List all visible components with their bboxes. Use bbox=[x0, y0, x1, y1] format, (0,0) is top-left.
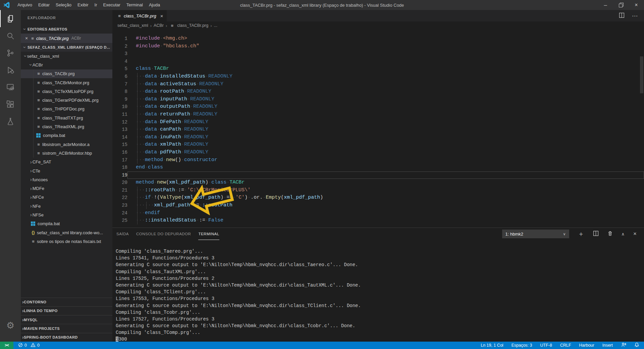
tree-item[interactable]: ≡class_TReadTXT.prg bbox=[21, 113, 112, 122]
terminal-output[interactable]: Compiling 'class_Taereo.prg'...Lines 175… bbox=[112, 240, 644, 343]
extensions-icon[interactable] bbox=[0, 96, 21, 113]
restore-button[interactable] bbox=[613, 0, 629, 10]
code-editor[interactable]: 1#include·<hmg.ch>2#include·"hbclass.ch"… bbox=[112, 30, 644, 228]
tree-item[interactable]: compila.bat bbox=[21, 131, 112, 140]
code-line-3[interactable]: 3 bbox=[112, 50, 644, 58]
settings-gear-icon[interactable]: ⚙ bbox=[0, 319, 21, 332]
tree-item[interactable]: ›MDFe bbox=[21, 184, 112, 193]
run-and-debug-icon[interactable] bbox=[0, 61, 21, 79]
code-line-20[interactable]: 20method·new(xml_pdf_path)·class·TACBr bbox=[112, 179, 644, 187]
menu-executar[interactable]: Executar bbox=[100, 0, 123, 10]
code-line-9[interactable]: 9···data·inputPath·READONLY bbox=[112, 96, 644, 103]
tree-item[interactable]: compila.bat bbox=[21, 219, 112, 228]
code-line-6[interactable]: 6···data·installedStatus·READONLY bbox=[112, 73, 644, 81]
breadcrumb-item[interactable]: ACBr bbox=[154, 23, 164, 28]
status-ln-19-1-col[interactable]: Ln 19, 1 Col bbox=[481, 343, 503, 348]
more-actions-icon[interactable]: ⋯ bbox=[632, 12, 638, 19]
code-line-10[interactable]: 10···data·outputPath·READONLY bbox=[112, 103, 644, 111]
code-line-2[interactable]: 2#include·"hbclass.ch" bbox=[112, 43, 644, 50]
status-insert[interactable]: Insert bbox=[602, 343, 613, 348]
tree-item[interactable]: ›NFe bbox=[21, 202, 112, 210]
kill-terminal-icon[interactable] bbox=[607, 231, 613, 238]
search-icon[interactable] bbox=[0, 27, 21, 44]
feedback-icon[interactable] bbox=[621, 342, 626, 348]
tree-item[interactable]: ≡class_TACBr.prg bbox=[21, 69, 112, 78]
tree-item[interactable]: ›NFCe bbox=[21, 193, 112, 202]
tree-item[interactable]: ≡class_TReadXML.prg bbox=[21, 122, 112, 131]
remote-explorer-icon[interactable] bbox=[0, 79, 21, 96]
code-line-15[interactable]: 15···data·xmlPath·READONLY bbox=[112, 141, 644, 149]
source-control-icon[interactable] bbox=[0, 44, 21, 61]
terminal-select[interactable]: 1: hbmk2 ∨ bbox=[502, 230, 569, 238]
code-line-24[interactable]: 24···endif bbox=[112, 209, 644, 217]
section-mysql[interactable]: ›MYSQL bbox=[21, 315, 112, 324]
status-crlf[interactable]: CRLF bbox=[560, 343, 571, 348]
maximize-panel-icon[interactable]: ∧ bbox=[622, 232, 625, 237]
code-line-5[interactable]: 5class·TACBr bbox=[112, 65, 644, 73]
section-linha-do-tempo[interactable]: ›LINHA DO TEMPO bbox=[21, 306, 112, 315]
open-editor-item[interactable]: × ≡ class_TACBr.prg ACBr bbox=[21, 34, 112, 43]
tree-item[interactable]: ›NFSe bbox=[21, 210, 112, 219]
explorer-icon[interactable] bbox=[0, 10, 21, 27]
breadcrumb-item[interactable]: class_TACBr.prg bbox=[177, 23, 208, 28]
tree-item[interactable]: ›CFe_SAT bbox=[21, 158, 112, 166]
menu-editar[interactable]: Editar bbox=[35, 0, 53, 10]
panel-tab-console-do-depurador[interactable]: CONSOLE DO DEPURADOR bbox=[136, 228, 191, 240]
status-espa-os-3[interactable]: Espaços: 3 bbox=[512, 343, 532, 348]
status-harbour[interactable]: Harbour bbox=[579, 343, 594, 348]
close-tab-icon[interactable]: × bbox=[160, 13, 163, 19]
tree-item[interactable]: ≡sistrom_ACBrMonitor.hbp bbox=[21, 149, 112, 157]
code-line-1[interactable]: 1#include·<hmg.ch> bbox=[112, 35, 644, 43]
tree-item[interactable]: ›CTe bbox=[21, 166, 112, 175]
tree-item[interactable]: ›ACBr bbox=[21, 60, 112, 69]
code-line-7[interactable]: 7···data·activeStatus·READONLY bbox=[112, 81, 644, 88]
split-terminal-icon[interactable] bbox=[593, 231, 599, 238]
panel-tab-terminal[interactable]: TERMINAL bbox=[198, 228, 219, 240]
menu-seleção[interactable]: Seleção bbox=[53, 0, 74, 10]
notifications-bell-icon[interactable] bbox=[634, 342, 639, 348]
menu-ajuda[interactable]: Ajuda bbox=[146, 0, 163, 10]
breadcrumb-item[interactable]: sefaz_class_xml bbox=[117, 23, 148, 28]
code-line-22[interactable]: 22···if·!(ValType(xml_pdf_path)·==·'C')·… bbox=[112, 194, 644, 202]
tree-item[interactable]: {}sefaz_class_xml library.code-wo... bbox=[21, 228, 112, 237]
workspace-section-header[interactable]: › SEFAZ_CLASS_XML LIBRARY (ESPAÇO D... bbox=[21, 43, 112, 52]
tree-item[interactable]: ›funcoes bbox=[21, 175, 112, 184]
panel-tab-sa-da[interactable]: SAÍDA bbox=[116, 228, 129, 240]
code-line-23[interactable]: 23······xml_pdf_path·:=·::rootPath bbox=[112, 202, 644, 209]
open-editors-header[interactable]: › EDITORES ABERTOS bbox=[21, 25, 112, 34]
code-line-18[interactable]: 18end·class bbox=[112, 164, 644, 171]
code-line-8[interactable]: 8···data·rootPath·READONLY bbox=[112, 88, 644, 96]
tree-item[interactable]: ≡class_TGerarPDFdeXML.prg bbox=[21, 96, 112, 104]
tree-item[interactable]: ≡class_TCTeXMLtoPDF.prg bbox=[21, 87, 112, 96]
tree-item[interactable]: ›sefaz_class_xml bbox=[21, 52, 112, 60]
code-line-4[interactable]: 4 bbox=[112, 58, 644, 65]
menu-terminal[interactable]: Terminal bbox=[123, 0, 146, 10]
editor-scrollbar[interactable] bbox=[640, 56, 643, 93]
close-icon[interactable]: × bbox=[23, 36, 30, 41]
code-line-13[interactable]: 13···data·canPath·READONLY bbox=[112, 126, 644, 134]
section-maven-projects[interactable]: ›MAVEN PROJECTS bbox=[21, 324, 112, 333]
breadcrumb-item[interactable]: ... bbox=[214, 23, 217, 28]
code-line-17[interactable]: 17···method·new()·constructor bbox=[112, 156, 644, 164]
code-line-11[interactable]: 11···data·returnPath·READONLY bbox=[112, 111, 644, 118]
menu-ir[interactable]: Ir bbox=[92, 0, 100, 10]
code-line-12[interactable]: 12···data·DFePath·READONLY bbox=[112, 118, 644, 126]
tree-item[interactable]: ≡libsistrom_acbrMonitor.a bbox=[21, 140, 112, 149]
remote-indicator[interactable]: >< bbox=[0, 342, 13, 349]
code-line-14[interactable]: 14···data·inuPath·READONLY bbox=[112, 134, 644, 141]
minimize-button[interactable]: ─ bbox=[598, 0, 613, 10]
section-spring-boot-dashboard[interactable]: ›SPRING-BOOT DASHBOARD bbox=[21, 333, 112, 342]
menu-exibir[interactable]: Exibir bbox=[74, 0, 92, 10]
code-line-16[interactable]: 16···data·pdfPath·READONLY bbox=[112, 149, 644, 156]
close-panel-icon[interactable]: × bbox=[633, 231, 637, 237]
problems-indicator[interactable]: 0 0 bbox=[13, 343, 40, 348]
breadcrumb[interactable]: sefaz_class_xml›ACBr›≡class_TACBr.prg›..… bbox=[112, 21, 644, 30]
section-contorno[interactable]: ›CONTORNO bbox=[21, 298, 112, 306]
testing-icon[interactable] bbox=[0, 113, 21, 130]
tab-class-tacbr[interactable]: ≡ class_TACBr.prg × bbox=[112, 10, 167, 21]
tree-item[interactable]: ≡class_TACBrMonitor.prg bbox=[21, 78, 112, 87]
new-terminal-icon[interactable]: ＋ bbox=[578, 230, 584, 238]
code-line-21[interactable]: 21···::rootPath·:=·'C:\ACBrMonitorPLUS\' bbox=[112, 187, 644, 194]
split-editor-icon[interactable] bbox=[619, 12, 625, 19]
menu-arquivo[interactable]: Arquivo bbox=[14, 0, 35, 10]
